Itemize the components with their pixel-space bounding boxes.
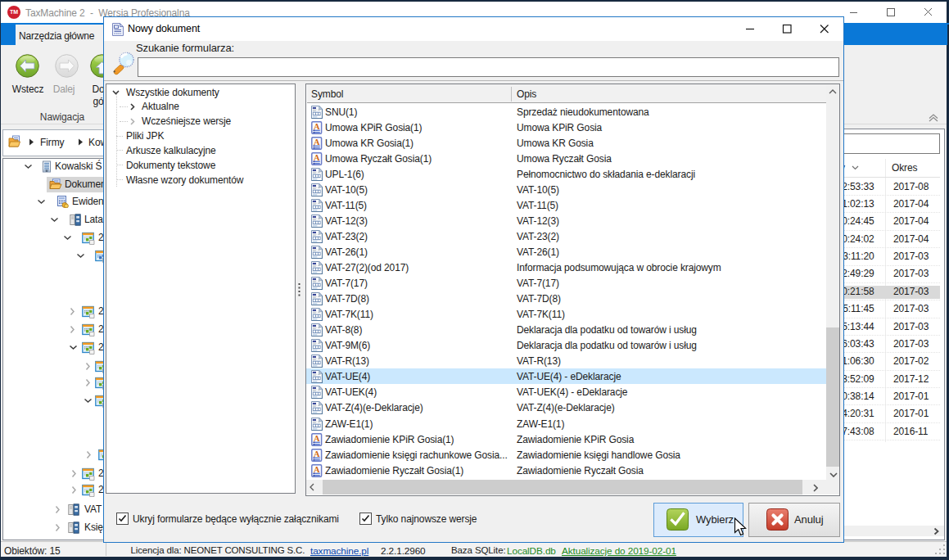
svg-text:A: A xyxy=(314,152,320,161)
svg-text:A: A xyxy=(314,137,320,146)
svg-text:A: A xyxy=(314,464,320,473)
svg-text:A: A xyxy=(314,121,320,130)
svg-text:A: A xyxy=(314,449,320,458)
svg-text:A: A xyxy=(314,433,320,442)
